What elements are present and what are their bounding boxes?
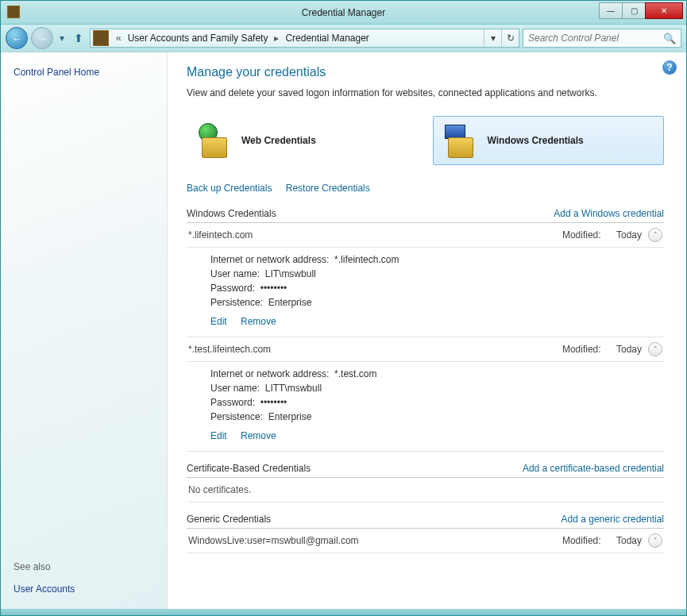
web-vault-icon: [197, 123, 232, 158]
web-vault-label: Web Credentials: [241, 135, 316, 146]
status-bar: [1, 609, 686, 615]
close-button[interactable]: ✕: [645, 2, 683, 19]
no-certificates-message: No certificates.: [187, 478, 664, 502]
remove-credential-link[interactable]: Remove: [241, 316, 276, 327]
see-also-label: See also: [14, 545, 154, 572]
page-subtitle: View and delete your saved logon informa…: [187, 87, 664, 98]
generic-credentials-header: Generic Credentials Add a generic creden…: [187, 514, 664, 529]
edit-credential-link[interactable]: Edit: [210, 316, 227, 327]
windows-vault-label: Windows Credentials: [488, 135, 584, 146]
search-input[interactable]: [528, 33, 663, 44]
credential-details: Internet or network address: *.lifeintec…: [187, 248, 664, 337]
address-dropdown[interactable]: ▾: [484, 29, 501, 47]
credential-manager-window: Credential Manager — ▢ ✕ ← → ▾ ⬆ « User …: [0, 0, 687, 616]
back-arrow-icon: ←: [12, 33, 22, 44]
navigation-toolbar: ← → ▾ ⬆ « User Accounts and Family Safet…: [1, 25, 686, 52]
address-right-controls: ▾ ↻: [484, 29, 519, 47]
breadcrumb-arrow: ▸: [269, 33, 284, 44]
credential-row[interactable]: *.test.lifeintech.com Modified: Today ˄: [187, 337, 664, 362]
sidebar: Control Panel Home See also User Account…: [1, 52, 168, 609]
credential-name: *.lifeintech.com: [188, 229, 253, 241]
credential-modified: Modified: Today ˄: [562, 228, 662, 242]
backup-credentials-link[interactable]: Back up Credentials: [187, 183, 272, 194]
credential-details: Internet or network address: *.test.com …: [187, 362, 664, 452]
forward-button: →: [31, 27, 53, 49]
maximize-button[interactable]: ▢: [622, 2, 646, 19]
certificate-credentials-header: Certificate-Based Credentials Add a cert…: [187, 463, 664, 478]
windows-credentials-vault[interactable]: Windows Credentials: [433, 116, 665, 165]
search-box[interactable]: 🔍: [523, 29, 681, 48]
breadcrumb-current[interactable]: Credential Manager: [284, 33, 370, 44]
minimize-button[interactable]: —: [599, 2, 623, 19]
credential-modified: Modified: Today ˅: [562, 533, 662, 548]
expand-icon[interactable]: ˅: [648, 533, 662, 548]
main-panel: ? Manage your credentials View and delet…: [168, 52, 686, 609]
control-panel-home-link[interactable]: Control Panel Home: [14, 67, 154, 78]
section-title: Windows Credentials: [187, 208, 276, 219]
credential-name: WindowsLive:user=mswbull@gmail.com: [188, 535, 359, 546]
history-dropdown[interactable]: ▾: [56, 30, 68, 46]
edit-credential-link[interactable]: Edit: [210, 430, 227, 441]
credential-row[interactable]: WindowsLive:user=mswbull@gmail.com Modif…: [187, 529, 664, 553]
add-windows-credential-link[interactable]: Add a Windows credential: [554, 208, 664, 219]
windows-vault-icon: [443, 123, 478, 158]
help-icon[interactable]: ?: [662, 60, 677, 75]
address-bar[interactable]: « User Accounts and Family Safety ▸ Cred…: [90, 29, 519, 48]
location-icon: [93, 30, 109, 46]
add-certificate-credential-link[interactable]: Add a certificate-based credential: [523, 463, 664, 474]
breadcrumb-parent[interactable]: User Accounts and Family Safety: [126, 33, 270, 44]
web-credentials-vault[interactable]: Web Credentials: [187, 116, 419, 165]
app-icon: [7, 6, 20, 18]
collapse-icon[interactable]: ˄: [648, 228, 662, 242]
up-button[interactable]: ⬆: [71, 30, 87, 46]
add-generic-credential-link[interactable]: Add a generic credential: [562, 514, 664, 525]
credential-name: *.test.lifeintech.com: [188, 344, 271, 355]
forward-arrow-icon: →: [37, 33, 48, 44]
backup-restore-row: Back up Credentials Restore Credentials: [187, 183, 664, 194]
restore-credentials-link[interactable]: Restore Credentials: [286, 183, 370, 194]
vault-selector: Web Credentials Windows Credentials: [187, 116, 664, 165]
section-title: Generic Credentials: [187, 514, 271, 525]
content-area: Control Panel Home See also User Account…: [1, 52, 686, 609]
window-title: Credential Manager: [302, 7, 385, 18]
search-icon[interactable]: 🔍: [663, 33, 676, 44]
credential-row[interactable]: *.lifeintech.com Modified: Today ˄: [187, 223, 664, 248]
collapse-icon[interactable]: ˄: [648, 342, 662, 356]
windows-credentials-header: Windows Credentials Add a Windows creden…: [187, 208, 664, 223]
page-heading: Manage your credentials: [187, 65, 664, 79]
remove-credential-link[interactable]: Remove: [241, 430, 276, 441]
section-title: Certificate-Based Credentials: [187, 463, 311, 474]
user-accounts-link[interactable]: User Accounts: [14, 583, 154, 595]
credential-modified: Modified: Today ˄: [562, 342, 662, 356]
refresh-button[interactable]: ↻: [501, 29, 519, 47]
breadcrumb-chevrons: «: [111, 33, 126, 44]
back-button[interactable]: ←: [6, 27, 28, 49]
window-controls: — ▢ ✕: [599, 2, 683, 19]
title-bar[interactable]: Credential Manager — ▢ ✕: [1, 1, 686, 25]
